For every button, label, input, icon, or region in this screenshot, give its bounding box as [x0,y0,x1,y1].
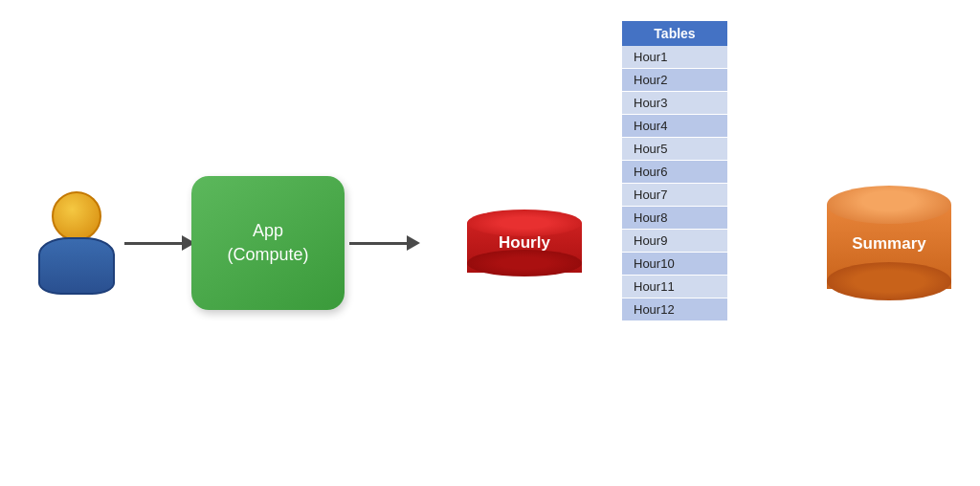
summary-cyl-bottom [827,262,951,300]
user-body-icon [38,237,115,295]
summary-label: Summary [852,234,925,254]
hourly-database: Hourly [467,210,582,276]
arrow-head-2-icon [407,235,420,251]
app-compute-box: App (Compute) [191,176,345,310]
table-row: Hour1 [622,46,727,69]
summary-cyl-top [827,186,951,224]
app-box-label: App (Compute) [227,219,308,267]
hourly-label: Hourly [499,233,550,253]
table-row: Hour10 [622,253,727,276]
user-figure [38,191,115,295]
table-row: Hour4 [622,115,727,138]
table-row: Hour11 [622,276,727,298]
table-row: Hour6 [622,161,727,184]
tables-list: Hour1Hour2Hour3Hour4Hour5Hour6Hour7Hour8… [622,46,727,321]
arrow-line [124,242,182,245]
table-row: Hour8 [622,207,727,230]
app-label-line2: (Compute) [227,245,308,264]
arrow-user-to-app [124,235,195,251]
tables-header: Tables [622,21,727,46]
table-row: Hour9 [622,230,727,253]
table-row: Hour2 [622,69,727,92]
hourly-cyl-bottom [467,250,582,276]
table-row: Hour12 [622,298,727,321]
app-label-line1: App [253,221,283,240]
summary-database: Summary [827,186,951,300]
table-row: Hour5 [622,138,727,161]
diagram-container: App (Compute) Hourly Tables Hour1Hour2Ho… [0,0,980,486]
user-head-icon [52,191,101,241]
arrow-app-to-hourly [349,235,420,251]
hourly-cyl-top [467,210,582,236]
tables-panel: Tables Hour1Hour2Hour3Hour4Hour5Hour6Hou… [622,21,727,321]
table-row: Hour3 [622,92,727,115]
arrow-line-2 [349,242,407,245]
table-row: Hour7 [622,184,727,207]
